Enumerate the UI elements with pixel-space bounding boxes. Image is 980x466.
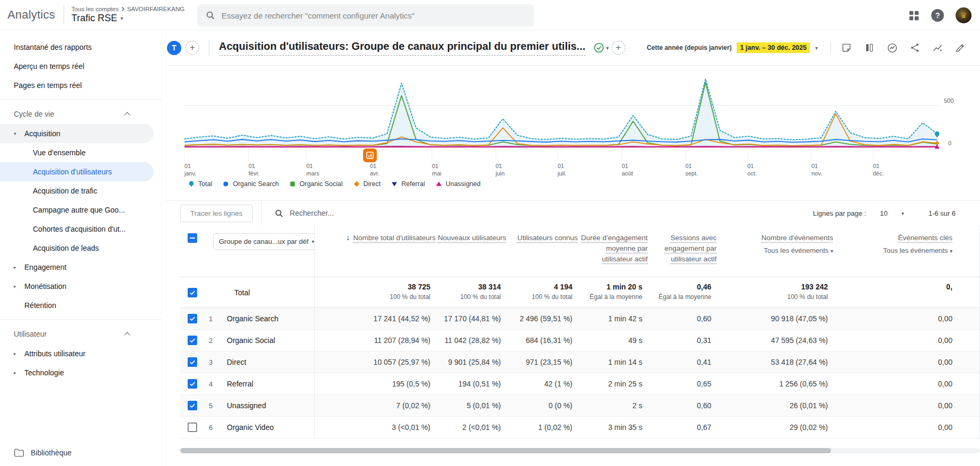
row-checkbox[interactable] <box>188 401 197 410</box>
total-cell: 0, <box>833 277 980 307</box>
table-row-organic-social[interactable]: 2Organic Social11 207 (28,94 %)11 042 (2… <box>180 330 979 351</box>
sidebar-item-cohortes-d-acquisition-d-ut[interactable]: Cohortes d'acquisition d'ut... <box>0 219 154 239</box>
row-checkbox[interactable] <box>188 357 197 367</box>
column-header-evenements-cles[interactable]: Événements clés Tous les événements ▾ <box>833 225 980 277</box>
sidebar-item-acquisition-de-leads[interactable]: Acquisition de leads <box>0 239 154 258</box>
legend-item-organic-social[interactable]: Organic Social <box>289 180 342 188</box>
table-row-organic-video[interactable]: 6Organic Video3 (<0,01 %)2 (<0,01 %)1 (0… <box>180 417 979 438</box>
compare-icon[interactable] <box>863 42 875 54</box>
sidebar-item-library[interactable]: Bibliothèque <box>14 448 72 458</box>
sidebar-item-attributs-utilisateur[interactable]: ▸Attributs utilisateur <box>0 344 161 363</box>
event-filter-select[interactable]: Tous les événements ▾ <box>833 247 952 254</box>
date-range-picker[interactable]: 1 janv. – 30 déc. 2025 <box>737 42 810 53</box>
edit-icon[interactable] <box>955 42 966 54</box>
horizontal-scrollbar[interactable] <box>180 448 980 453</box>
insights-icon[interactable] <box>886 42 898 54</box>
channel-name: Referral <box>227 380 253 388</box>
table-search[interactable] <box>275 209 813 218</box>
row-index: 4 <box>209 380 227 388</box>
sidebar-item-engagement[interactable]: ▸Engagement <box>0 258 161 277</box>
plot-rows-button[interactable]: Tracer les lignes <box>180 205 253 222</box>
avatar[interactable]: ♛ <box>956 7 972 23</box>
chevron-down-icon[interactable]: ▾ <box>606 45 609 51</box>
sidebar-item-campagne-autre-que-goo[interactable]: Campagne autre que Goo... <box>0 200 154 219</box>
add-collection-button[interactable]: + <box>186 41 199 55</box>
page-title[interactable]: Acquisition d'utilisateurs: Groupe de ca… <box>219 40 586 56</box>
global-search[interactable] <box>197 4 534 27</box>
property-selector[interactable]: Trafic RSE ▾ <box>72 13 184 24</box>
legend-item-direct[interactable]: Direct <box>354 180 381 188</box>
x-axis-tick: 01 juin <box>496 162 505 177</box>
total-cell: 0,46Égal à la moyenne <box>648 277 717 307</box>
breadcrumb[interactable]: Tous les comptes SAVOIRFAIREKANG <box>72 6 184 12</box>
chevron-right-icon <box>121 6 125 12</box>
channel-name: Unassigned <box>227 401 266 410</box>
column-header-nombre-total-d-utilisateurs[interactable]: ↓Nombre total d'utilisateurs <box>315 225 436 277</box>
row-index: 2 <box>209 337 227 345</box>
rows-per-page-label: Lignes par page : <box>813 209 866 217</box>
legend-item-organic-search[interactable]: Organic Search <box>223 180 279 188</box>
table-row-organic-search[interactable]: 1Organic Search17 241 (44,52 %)17 170 (4… <box>180 308 979 330</box>
chevron-down-icon[interactable]: ▾ <box>815 45 818 51</box>
column-header-nombre-d-evenements[interactable]: Nombre d'événements Tous les événements … <box>717 225 833 277</box>
sidebar-item-apercu-en-temps-reel[interactable]: Aperçu en temps réel <box>0 57 161 76</box>
row-checkbox[interactable] <box>188 288 197 297</box>
metric-cell: 2 min 25 s <box>578 373 648 394</box>
sidebar-section-utilisateur[interactable]: Utilisateur <box>0 324 161 344</box>
collection-avatar[interactable]: T <box>167 41 181 55</box>
metric-cell: 1 256 (0,65 %) <box>717 373 833 394</box>
sidebar-section-cycle-de-vie[interactable]: Cycle de vie <box>0 104 161 124</box>
row-checkbox[interactable] <box>188 379 197 389</box>
apps-grid-icon[interactable] <box>908 10 920 21</box>
metric-cell: 0,31 <box>648 330 717 351</box>
share-icon[interactable] <box>909 42 921 54</box>
event-filter-select[interactable]: Tous les événements ▾ <box>717 247 833 254</box>
note-icon[interactable] <box>841 42 852 54</box>
breadcrumb-account-name[interactable]: SAVOIRFAIREKANG <box>127 6 184 12</box>
global-search-input[interactable] <box>222 11 526 20</box>
legend-item-total[interactable]: Total <box>188 180 212 188</box>
legend-item-unassigned[interactable]: Unassigned <box>436 180 481 188</box>
chart-plot[interactable] <box>166 71 980 166</box>
column-header-sessions-avec-engagement-par-utilisateur-actif[interactable]: Sessions avec engagement par utilisateur… <box>648 225 717 277</box>
row-checkbox[interactable] <box>188 233 197 243</box>
sidebar-item-acquisition[interactable]: ▾Acquisition <box>0 124 154 143</box>
legend-item-referral[interactable]: Referral <box>391 180 425 188</box>
metric-cell: 0,00 <box>833 395 980 416</box>
table-row-referral[interactable]: 4Referral195 (0,5 %)194 (0,51 %)42 (1 %)… <box>180 373 979 395</box>
annotation-marker-icon[interactable] <box>363 148 377 162</box>
dimension-selector[interactable]: Groupe de canau...ux par défaut)▾ <box>213 233 315 250</box>
property-name: Trafic RSE <box>72 13 117 24</box>
row-checkbox[interactable] <box>188 314 197 323</box>
metric-cell: 195 (0,5 %) <box>315 373 436 394</box>
sidebar-item-vue-d-ensemble[interactable]: Vue d'ensemble <box>0 143 154 162</box>
help-icon[interactable]: ? <box>931 9 944 22</box>
sidebar-item-retention[interactable]: Rétention <box>0 296 161 315</box>
row-checkbox[interactable] <box>188 423 197 432</box>
table-search-input[interactable] <box>290 209 449 217</box>
breadcrumb-accounts[interactable]: Tous les comptes <box>72 6 119 12</box>
check-circle-icon[interactable] <box>593 42 605 54</box>
explore-icon[interactable] <box>932 42 943 54</box>
add-metric-button[interactable]: + <box>612 41 625 55</box>
column-header-duree-d-engagement-moyenne-par-utilisateur-actif[interactable]: Durée d'engagement moyenne par utilisate… <box>578 225 648 277</box>
sidebar-item-technologie[interactable]: ▸Technologie <box>0 363 161 382</box>
row-checkbox[interactable] <box>188 336 197 345</box>
sidebar-item-monetisation[interactable]: ▸Monétisation <box>0 277 161 296</box>
x-axis-tick: 01 août <box>622 162 633 177</box>
timeseries-chart: 500 0 01 janv.01 févr.01 mars01 avr.01 m… <box>166 65 980 200</box>
rows-per-page-select[interactable]: 10 ▾ <box>880 209 904 217</box>
table-row-direct[interactable]: 3Direct10 057 (25,97 %)9 901 (25,84 %)97… <box>180 351 979 373</box>
column-header-utilisateurs-connus[interactable]: Utilisateurs connus <box>506 225 578 277</box>
table-row-unassigned[interactable]: 5Unassigned7 (0,02 %)5 (0,01 %)0 (0 %)2 … <box>180 395 979 417</box>
report-header-right: Cette année (depuis janvier) 1 janv. – 3… <box>647 42 966 54</box>
sidebar-item-pages-en-temps-reel[interactable]: Pages en temps réel <box>0 76 161 95</box>
x-axis-tick: 01 nov. <box>811 162 822 177</box>
row-index: 1 <box>209 315 227 323</box>
column-header-nouveaux-utilisateurs[interactable]: Nouveaux utilisateurs <box>436 225 506 277</box>
sidebar-item-acquisition-d-utilisateurs[interactable]: Acquisition d'utilisateurs <box>0 162 154 181</box>
scrollbar-thumb[interactable] <box>180 448 831 453</box>
analytics-logo[interactable]: Analytics <box>7 8 55 22</box>
sidebar-item-acquisition-de-trafic[interactable]: Acquisition de trafic <box>0 181 154 200</box>
sidebar-item-instantane-des-rapports[interactable]: Instantané des rapports <box>0 38 161 57</box>
